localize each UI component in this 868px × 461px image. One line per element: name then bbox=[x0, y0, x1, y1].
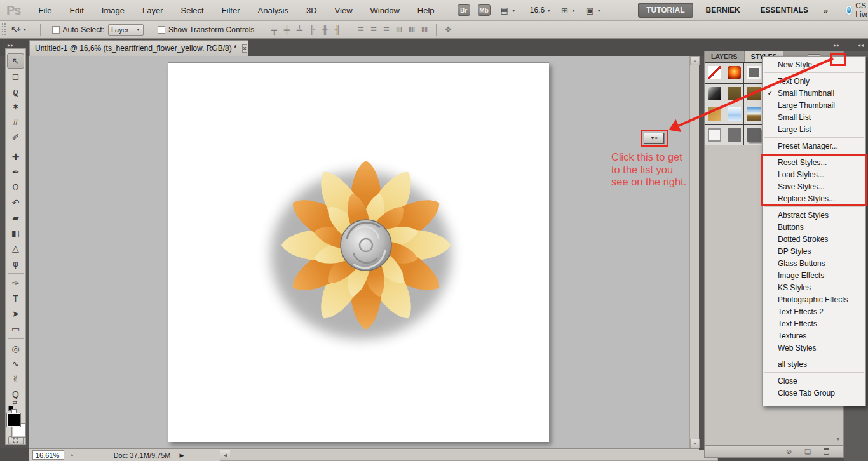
view-extras-icon[interactable]: ▤ bbox=[501, 6, 508, 15]
scroll-left-icon[interactable]: ◀ bbox=[220, 450, 230, 460]
workspace-overflow-chevron[interactable]: » bbox=[824, 6, 827, 15]
flyout-item-glass-buttons[interactable]: Glass Buttons bbox=[763, 257, 865, 269]
distribute-vertical-centers-icon[interactable]: ≣ bbox=[367, 25, 380, 34]
flyout-item-new-style[interactable]: New Style... bbox=[763, 58, 865, 70]
menu-select[interactable]: Select bbox=[172, 6, 213, 15]
collapse-dock-button[interactable]: ◂◂ bbox=[858, 43, 864, 48]
style-swatch-horizon[interactable] bbox=[744, 104, 764, 125]
menu-help[interactable]: Help bbox=[409, 6, 444, 15]
arrange-documents-icon[interactable]: ⊞ bbox=[561, 6, 568, 15]
flyout-item-save-styles[interactable]: Save Styles... bbox=[763, 180, 865, 192]
vertical-scrollbar[interactable]: ▲ ▼ bbox=[689, 56, 699, 448]
style-swatch-flat-gray[interactable] bbox=[724, 125, 744, 146]
flyout-item-dp-styles[interactable]: DP Styles bbox=[763, 245, 865, 257]
status-zoom-field[interactable]: 16,61% bbox=[32, 450, 64, 460]
eyedropper-tool[interactable]: ✐ bbox=[7, 130, 24, 145]
flyout-item-load-styles[interactable]: Load Styles... bbox=[763, 168, 865, 180]
expand-dock-button[interactable]: ▸▸ bbox=[834, 43, 840, 48]
flyout-item-dotted-strokes[interactable]: Dotted Strokes bbox=[763, 233, 865, 245]
pen-tool[interactable]: ✑ bbox=[7, 276, 24, 291]
healing-brush-tool[interactable]: ✚ bbox=[7, 149, 24, 164]
distribute-left-edges-icon[interactable]: ≣ bbox=[395, 23, 404, 36]
history-brush-tool[interactable]: ↶ bbox=[7, 195, 24, 210]
style-swatch-olive-brown[interactable] bbox=[724, 84, 744, 105]
panel-resize-icon[interactable]: ▼ bbox=[836, 436, 841, 442]
menu-3d[interactable]: 3D bbox=[297, 6, 326, 15]
clear-style-icon[interactable]: ⊘ bbox=[786, 448, 792, 456]
flyout-item-ks-styles[interactable]: KS Styles bbox=[763, 281, 865, 293]
status-expand-icon[interactable]: ▶ bbox=[180, 452, 184, 458]
workspace-essentials[interactable]: ESSENTIALS bbox=[753, 3, 816, 17]
menu-analysis[interactable]: Analysis bbox=[249, 6, 297, 15]
paint-bucket-tool[interactable]: ◧ bbox=[7, 225, 24, 241]
menu-view[interactable]: View bbox=[326, 6, 362, 15]
flyout-item-small-thumbnail[interactable]: ✓Small Thumbnail bbox=[763, 87, 865, 99]
cs-live-menu[interactable]: CS Live ▼ bbox=[846, 1, 868, 19]
scroll-up-icon[interactable]: ▲ bbox=[690, 56, 700, 65]
distribute-top-edges-icon[interactable]: ≣ bbox=[355, 25, 367, 34]
distribute-bottom-edges-icon[interactable]: ≣ bbox=[380, 25, 393, 34]
collapse-toolbox-button[interactable]: ▸▸ bbox=[8, 43, 14, 48]
align-top-edges-icon[interactable]: ╤ bbox=[268, 25, 280, 34]
crop-tool[interactable]: # bbox=[7, 114, 24, 130]
rectangle-tool[interactable]: ▭ bbox=[7, 321, 24, 337]
flyout-item-text-only[interactable]: Text Only bbox=[763, 75, 865, 87]
menu-window[interactable]: Window bbox=[362, 6, 409, 15]
chevron-down-icon[interactable]: ▼ bbox=[597, 8, 601, 13]
quick-mask-button[interactable] bbox=[8, 436, 24, 444]
type-tool[interactable]: T bbox=[7, 291, 24, 306]
flyout-item-abstract-styles[interactable]: Abstract Styles bbox=[763, 209, 865, 221]
style-swatch-gray-white-glow[interactable] bbox=[744, 63, 764, 84]
panel-tab-layers[interactable]: LAYERS bbox=[705, 51, 745, 62]
menu-image[interactable]: Image bbox=[93, 6, 133, 15]
auto-align-layers-icon[interactable]: ❖ bbox=[442, 25, 454, 34]
launch-mini-bridge-button[interactable]: Mb bbox=[478, 4, 491, 16]
blur-tool[interactable]: △ bbox=[7, 241, 24, 256]
chevron-down-icon[interactable]: ▼ bbox=[546, 8, 551, 13]
flyout-item-text-effects-2[interactable]: Text Effects 2 bbox=[763, 305, 865, 317]
document-page[interactable] bbox=[168, 62, 549, 442]
distribute-horizontal-centers-icon[interactable]: ≣ bbox=[407, 23, 417, 36]
menu-layer[interactable]: Layer bbox=[133, 6, 172, 15]
lasso-tool[interactable]: ϱ bbox=[7, 84, 24, 99]
flyout-item-image-effects[interactable]: Image Effects bbox=[763, 269, 865, 281]
workspace-tutorial[interactable]: TUTORIAL bbox=[638, 3, 693, 18]
align-horizontal-centers-icon[interactable]: ╫ bbox=[318, 25, 331, 34]
magic-wand-tool[interactable]: ✶ bbox=[7, 99, 24, 114]
style-swatch-bronze[interactable] bbox=[744, 84, 764, 105]
horizontal-scrollbar[interactable]: ◀ ▶ bbox=[220, 450, 718, 461]
style-swatch-dark-metal[interactable] bbox=[705, 84, 724, 105]
workspace-berniek[interactable]: BERNIEK bbox=[698, 3, 748, 17]
style-swatch-amber-gradient[interactable] bbox=[705, 104, 724, 125]
close-tab-icon[interactable]: ✕ bbox=[242, 44, 248, 53]
delete-style-icon[interactable] bbox=[824, 448, 829, 455]
options-bar-grip[interactable] bbox=[1, 23, 6, 36]
swap-colors-icon[interactable]: ⇄ bbox=[12, 399, 17, 406]
flyout-item-all-styles[interactable]: all styles bbox=[763, 358, 865, 370]
flyout-item-web-styles[interactable]: Web Styles bbox=[763, 342, 865, 354]
hand-tool[interactable]: ✌ bbox=[7, 371, 24, 387]
flyout-item-preset-manager[interactable]: Preset Manager... bbox=[763, 140, 865, 152]
chevron-down-icon[interactable]: ▼ bbox=[512, 8, 516, 13]
move-tool[interactable]: ↖ bbox=[7, 53, 24, 69]
align-bottom-edges-icon[interactable]: ╧ bbox=[293, 25, 306, 34]
scroll-down-icon[interactable]: ▼ bbox=[690, 439, 700, 448]
style-swatch-gray-drop-shadow[interactable] bbox=[744, 125, 764, 146]
menu-filter[interactable]: Filter bbox=[213, 6, 249, 15]
eraser-tool[interactable]: ▰ bbox=[7, 210, 24, 225]
flyout-item-close-tab-group[interactable]: Close Tab Group bbox=[763, 387, 865, 399]
align-vertical-centers-icon[interactable]: ╪ bbox=[280, 25, 293, 34]
canvas-area[interactable] bbox=[29, 56, 689, 448]
new-style-icon[interactable]: ❏ bbox=[804, 448, 811, 456]
auto-select-dropdown[interactable]: Layer ▼ bbox=[108, 24, 144, 36]
dodge-tool[interactable]: φ bbox=[7, 256, 24, 271]
status-options-icon[interactable]: ◔ bbox=[69, 451, 74, 459]
move-tool-preset[interactable]: ↖ ✛ ▼ bbox=[7, 25, 35, 34]
style-swatch-no-style[interactable] bbox=[705, 63, 724, 84]
flyout-item-reset-styles[interactable]: Reset Styles... bbox=[763, 156, 865, 168]
foreground-color-swatch[interactable] bbox=[7, 413, 20, 427]
align-left-edges-icon[interactable]: ╟ bbox=[306, 25, 318, 34]
style-swatch-blue-glass[interactable] bbox=[724, 104, 744, 125]
zoom-level-field[interactable]: 16,6 bbox=[530, 6, 545, 15]
3d-rotate-camera-tool[interactable]: ∿ bbox=[7, 356, 24, 371]
